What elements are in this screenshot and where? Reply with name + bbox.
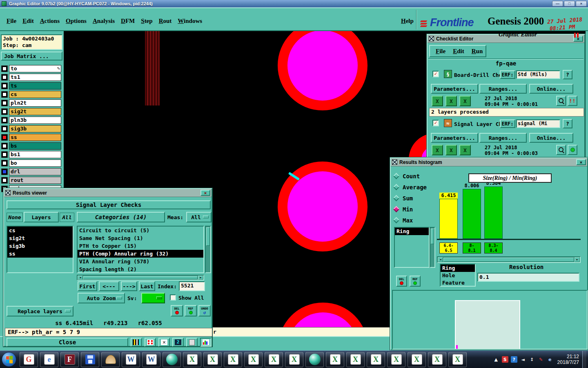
scroll-left-arrow[interactable]: ◄ [438,257,443,262]
layer-colors-button[interactable] [131,338,142,347]
menu-file[interactable]: File [7,18,16,25]
run-action-icon[interactable]: X [445,96,457,106]
close-icon[interactable]: × [200,190,210,196]
layer-visibility-checkbox[interactable] [1,126,8,132]
layer-visibility-checkbox[interactable] [1,134,8,141]
tray-help-icon[interactable]: ? [511,356,517,363]
taskbar-genesis-icon-2[interactable] [305,352,324,367]
layer-visibility-checkbox[interactable] [1,160,8,166]
menu-edit[interactable]: Edit [453,48,464,55]
tray-show-hidden-icon[interactable]: ▲ [493,356,499,363]
zoom-results-button[interactable] [556,145,566,155]
viewer-layer-item[interactable]: ss [7,250,73,258]
maximize-button[interactable]: □ [564,1,575,7]
replace-layers-dropdown[interactable]: Replace layers [7,306,74,316]
horizontal-scrollbar[interactable]: ◄ ► [77,275,204,280]
tray-sogou-icon[interactable]: S [502,356,508,363]
help-button[interactable]: ? [563,119,572,128]
ranges-button[interactable]: Ranges... [479,133,527,143]
categories-button[interactable]: Categories (14) [77,212,165,222]
layer-row-drl[interactable]: drl [0,167,64,176]
next-result-button[interactable]: ---> [121,281,137,291]
report-button[interactable] [186,338,198,347]
layer-visibility-checkbox[interactable] [1,108,8,115]
close-button[interactable]: × [576,1,587,7]
close-icon[interactable]: × [576,159,586,165]
tray-volume-icon[interactable]: ◄ [520,356,526,363]
index-field[interactable]: 5521 [179,281,205,291]
taskbar-excel-icon-11[interactable]: X [408,352,426,367]
highlight-results-button[interactable] [145,338,156,347]
layer-visibility-checkbox[interactable] [1,117,8,123]
layer-visibility-checkbox[interactable] [1,177,8,184]
menu-actions[interactable]: Actions [40,18,60,25]
series-list[interactable]: Ring [394,227,430,268]
scrollbar-thumb[interactable] [206,227,210,246]
tray-ie-icon[interactable]: e [547,356,553,363]
taskbar-excel-icon-4[interactable]: X [244,352,263,367]
category-item[interactable]: Same Net Spacing (1) [78,234,203,242]
histogram-bar[interactable] [484,186,503,239]
layer-visibility-checkbox[interactable] [1,143,8,149]
layer-visibility-checkbox[interactable] [1,100,8,106]
layer-row-ts[interactable]: ts [0,81,64,90]
undo-button[interactable]: UNDO↺ [198,305,211,316]
viewer-layer-item[interactable]: cs [7,227,73,234]
taskbar-excel-icon-5[interactable]: X [265,352,283,367]
layer-row-bs[interactable]: bs [0,141,64,150]
erf-button[interactable]: ERF: [500,70,515,79]
taskbar-excel-icon-13[interactable]: X [448,352,467,367]
taskbar-excel-icon-2[interactable]: X [203,352,222,367]
parameters-button[interactable]: Parameters... [431,84,478,94]
category-item[interactable]: Circuit to circuit (5) [78,227,203,234]
category-item[interactable]: Spacing length (2) [78,265,203,273]
menu-step[interactable]: Step [141,18,152,25]
online-button[interactable]: Online... [529,84,573,94]
layer-row-bs1[interactable]: bs1 [0,150,64,159]
status-ok-button[interactable] [568,145,577,155]
taskbar-clock[interactable]: 21:12 2018/7/27 [557,354,579,365]
scrollbar-thumb[interactable] [431,229,434,244]
filter-layers-button[interactable]: Layers [24,212,59,222]
layer-visibility-checkbox[interactable] [1,83,8,89]
layer-row-pln3b[interactable]: pln3b [0,116,64,124]
mode-option-ring[interactable]: Ring [441,265,475,272]
viewer-layer-item[interactable]: sig3b [7,242,73,250]
reference-measure-button[interactable]: REF [185,305,197,316]
series-item[interactable]: Ring [395,228,429,235]
taskbar-excel-icon-8[interactable]: X [346,352,365,367]
mode-option-hole[interactable]: Hole [441,272,475,279]
delete-measure-button[interactable]: DEL [396,276,407,287]
layer-row-bo[interactable]: bo [0,159,64,167]
reference-measure-button[interactable]: REF [410,276,421,287]
measure-option-count[interactable]: Count [394,171,427,182]
check-enabled-checkbox[interactable]: ✓ [432,120,439,126]
category-item[interactable]: PTH (Comp) Annular ring (32) [78,250,203,258]
layer-visibility-checkbox[interactable] [1,91,8,98]
clear-marks-button[interactable]: ✕ [158,338,170,347]
selected-layers-list[interactable]: cssig2tsig3bss [7,226,74,273]
resolution-field[interactable]: 0.1 [477,273,579,282]
menu-analysis[interactable]: Analysis [93,18,115,25]
measure-option-average[interactable]: Average [394,182,427,193]
scrollbar-thumb[interactable] [83,276,198,279]
auto-zoom-dropdown[interactable]: Auto Zoom [78,293,125,303]
layer-row-sig3b[interactable]: sig3b [0,124,64,133]
layer-row-to[interactable]: to✎ [0,64,64,73]
filter-none-button[interactable]: None [7,213,23,222]
ranges-button[interactable]: Ranges... [479,84,527,94]
zoom-results-button[interactable] [556,96,566,106]
previous-result-button[interactable]: <--- [99,281,119,291]
alert-button[interactable]: !! [568,96,577,106]
menu-dfm[interactable]: DFM [121,18,135,25]
scrollbar-thumb[interactable] [443,258,574,262]
layer-row-sig2t[interactable]: sig2t [0,107,64,116]
menu-windows[interactable]: Windows [178,18,202,25]
menu-file[interactable]: File [436,48,445,55]
taskbar-word-icon-1[interactable]: W [122,352,140,367]
minimize-button[interactable]: — [552,1,563,7]
taskbar-excel-icon-12[interactable]: X [428,352,446,367]
vertical-scrollbar[interactable] [430,227,435,268]
job-matrix-button[interactable]: Job Matrix ... [1,52,62,61]
run-action-icon[interactable]: X [459,145,471,155]
